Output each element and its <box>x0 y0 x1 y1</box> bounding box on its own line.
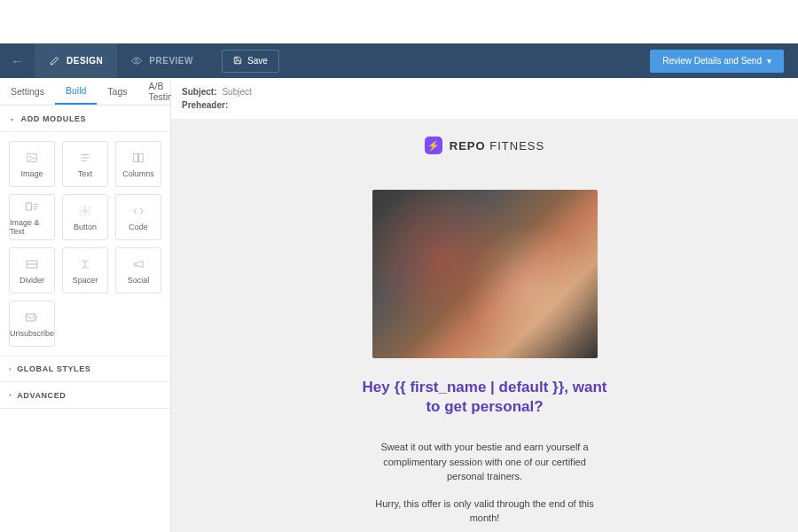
top-blank-region <box>0 0 798 43</box>
svg-rect-6 <box>134 153 138 161</box>
module-label: Code <box>129 223 148 231</box>
main-toolbar: ← DESIGN PREVIEW Save Review Details and… <box>0 43 798 78</box>
svg-rect-7 <box>139 153 144 161</box>
module-label: Image <box>21 169 43 178</box>
unsubscribe-icon <box>25 310 39 325</box>
module-image-text[interactable]: Image & Text <box>9 194 55 240</box>
section-label: GLOBAL STYLES <box>17 364 90 373</box>
bolt-icon: ⚡ <box>425 137 442 154</box>
caret-down-icon: ▾ <box>767 56 771 66</box>
module-spacer[interactable]: Spacer <box>62 247 108 293</box>
section-advanced[interactable]: › ADVANCED <box>0 382 170 409</box>
sidebar-tabs: Settings Build Tags A/B Testing <box>0 78 170 106</box>
left-sidebar: Settings Build Tags A/B Testing ⌄ ADD MO… <box>0 78 171 532</box>
module-code[interactable]: Code <box>115 194 161 240</box>
section-global-styles[interactable]: › GLOBAL STYLES <box>0 356 170 382</box>
tab-build[interactable]: Build <box>55 78 97 105</box>
module-unsubscribe[interactable]: Unsubscribe <box>9 301 55 347</box>
back-button[interactable]: ← <box>0 43 35 78</box>
save-button[interactable]: Save <box>222 50 279 73</box>
chevron-right-icon: › <box>9 365 12 373</box>
review-send-label: Review Details and Send <box>662 56 762 66</box>
module-label: Columns <box>122 169 154 178</box>
subject-label: Subject: <box>182 87 216 97</box>
image-icon <box>25 151 39 165</box>
review-send-button[interactable]: Review Details and Send ▾ <box>650 50 784 73</box>
text-icon <box>79 151 91 165</box>
tab-settings[interactable]: Settings <box>0 78 55 105</box>
module-label: Image & Text <box>10 218 54 236</box>
megaphone-icon <box>132 257 145 271</box>
module-divider[interactable]: Divider <box>9 247 55 293</box>
module-label: Divider <box>20 276 44 285</box>
preview-mode-tab[interactable]: PREVIEW <box>117 43 207 78</box>
preview-mode-label: PREVIEW <box>149 56 193 66</box>
email-body-paragraph-2: Hurry, this offer is only valid through … <box>343 497 627 526</box>
email-meta: Subject: Subject Preheader: <box>171 78 798 119</box>
svg-point-0 <box>136 59 138 62</box>
module-label: Spacer <box>73 276 98 285</box>
design-mode-tab[interactable]: DESIGN <box>35 43 117 78</box>
divider-icon <box>25 257 39 271</box>
section-add-modules[interactable]: ⌄ ADD MODULES <box>0 106 170 132</box>
tab-tags[interactable]: Tags <box>97 78 137 105</box>
svg-point-12 <box>83 209 87 213</box>
chevron-down-icon: ⌄ <box>9 114 16 122</box>
columns-icon <box>132 151 145 165</box>
code-icon <box>131 204 145 218</box>
save-icon <box>233 56 242 66</box>
eye-icon <box>131 56 142 66</box>
email-body-paragraph-1: Sweat it out with your bestie and earn y… <box>343 440 627 484</box>
subject-value[interactable]: Subject <box>222 87 251 97</box>
module-columns[interactable]: Columns <box>115 141 161 187</box>
design-mode-label: DESIGN <box>66 56 103 66</box>
preheader-label: Preheader: <box>182 100 228 110</box>
section-label: ADVANCED <box>17 391 66 400</box>
module-text[interactable]: Text <box>62 141 108 187</box>
module-social[interactable]: Social <box>115 247 161 293</box>
modules-grid: Image Text Columns Image & Text Button C… <box>0 132 170 356</box>
module-label: Unsubscribe <box>10 329 54 338</box>
brand-name: REPO FITNESS <box>450 139 544 153</box>
svg-point-2 <box>29 155 31 157</box>
module-button[interactable]: Button <box>62 194 108 240</box>
module-label: Text <box>78 169 93 178</box>
arrow-left-icon: ← <box>12 54 24 68</box>
button-icon <box>79 204 91 218</box>
brand-header: ⚡ REPO FITNESS <box>343 137 627 154</box>
image-text-icon <box>25 200 39 214</box>
module-label: Social <box>128 276 150 285</box>
module-image[interactable]: Image <box>9 141 55 187</box>
hero-image <box>372 190 598 358</box>
email-preview-area[interactable]: ⚡ REPO FITNESS Hey {{ first_name | defau… <box>171 119 798 532</box>
spacer-icon <box>80 257 90 271</box>
module-label: Button <box>74 223 97 231</box>
save-button-label: Save <box>247 56 268 66</box>
email-headline: Hey {{ first_name | default }}, want to … <box>343 378 627 417</box>
email-body: ⚡ REPO FITNESS Hey {{ first_name | defau… <box>343 119 627 532</box>
section-label: ADD MODULES <box>21 114 87 123</box>
svg-rect-8 <box>26 203 31 210</box>
chevron-right-icon: › <box>9 391 12 399</box>
pencil-icon <box>49 56 59 66</box>
svg-rect-1 <box>27 153 37 161</box>
email-canvas: Subject: Subject Preheader: ⚡ REPO FITNE… <box>171 78 798 532</box>
